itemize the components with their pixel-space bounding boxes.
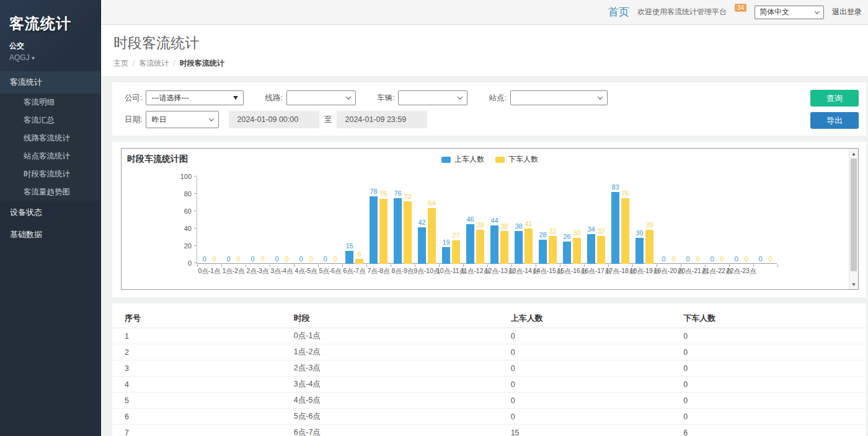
- table-row: 65点-6点00: [112, 409, 866, 425]
- date-end-input[interactable]: 2024-01-09 23:59: [337, 111, 427, 128]
- table-cell: 0: [683, 412, 860, 421]
- bar-value-label: 46: [466, 216, 474, 224]
- breadcrumb-item[interactable]: 客流统计: [139, 59, 169, 68]
- bar: [490, 225, 498, 264]
- sidebar-item-6[interactable]: 客流量趋势图: [0, 183, 100, 201]
- table-cell: 5: [125, 396, 294, 405]
- table-cell: 0: [511, 380, 684, 389]
- bar: [452, 240, 460, 264]
- bar-column: 30: [636, 229, 644, 264]
- bar: [404, 201, 412, 264]
- sidebar-item-8[interactable]: 基础数据: [0, 224, 100, 246]
- bar-value-label: 0: [202, 255, 206, 263]
- table-cell: 6: [125, 412, 294, 421]
- legend-swatch-alighting[interactable]: [495, 157, 505, 163]
- breadcrumb: 主页/客流统计/时段客流统计: [113, 58, 856, 69]
- table-cell: 6: [683, 429, 860, 436]
- bar-value-label: 38: [515, 222, 522, 230]
- table-cell: 7: [125, 429, 294, 436]
- table-cell: 0: [683, 348, 860, 357]
- chevron-down-icon: [598, 94, 603, 99]
- bar-value-label: 32: [597, 227, 604, 235]
- sidebar-item-5[interactable]: 时段客流统计: [0, 165, 100, 183]
- company-select[interactable]: ---请选择---: [146, 90, 244, 105]
- table-header: 序号时段上车人数下车人数: [112, 308, 866, 328]
- bar-value-label: 44: [490, 217, 498, 225]
- bar-column: 0: [718, 255, 726, 264]
- bar-value-label: 0: [710, 255, 714, 263]
- bar-group: 0020点-21点: [681, 177, 705, 264]
- bar-column: 75: [379, 190, 388, 264]
- bar-value-label: 0: [734, 255, 738, 263]
- bar-value-label: 0: [720, 255, 724, 263]
- bar-group: 42649点-10点: [415, 177, 439, 264]
- sidebar-item-0[interactable]: 客流统计: [0, 71, 100, 94]
- sidebar-submenu: 客流明细客流汇总线路客流统计站点客流统计时段客流统计客流量趋势图: [0, 94, 100, 201]
- bar-column: 0: [283, 255, 291, 264]
- chart-scrollbar[interactable]: ▲ ▼: [849, 149, 858, 289]
- welcome-text: 欢迎使用客流统计管理平台: [637, 7, 727, 17]
- table-cell: 2: [125, 348, 294, 357]
- table-row: 54点-5点00: [112, 393, 866, 409]
- bar-column: 0: [224, 255, 232, 264]
- x-axis-label: 6点-7点: [343, 267, 365, 276]
- bar-group: 463911点-12点: [463, 177, 487, 264]
- sidebar-item-1[interactable]: 客流明细: [0, 94, 100, 111]
- app-logo: 客流统计: [9, 14, 91, 33]
- x-axis-label: 22点-23点: [727, 267, 756, 276]
- bar-value-label: 30: [636, 229, 643, 237]
- bar-value-label: 0: [250, 255, 254, 263]
- sidebar-item-2[interactable]: 客流汇总: [0, 111, 100, 129]
- bar: [345, 251, 353, 264]
- bar-value-label: 76: [621, 190, 629, 198]
- bar-value-label: 0: [285, 255, 288, 263]
- legend-label-boarding[interactable]: 上车人数: [454, 154, 484, 165]
- table-cell: 0: [511, 396, 684, 405]
- line-label: 线路:: [265, 93, 282, 103]
- date-start-input[interactable]: 2024-01-09 00:00: [229, 111, 319, 128]
- home-link[interactable]: 首页: [608, 5, 629, 19]
- sidebar-item-4[interactable]: 站点客流统计: [0, 147, 100, 165]
- user-menu[interactable]: AQGJ ▾: [9, 53, 91, 62]
- line-select[interactable]: [286, 90, 356, 105]
- page-header: 时段客流统计 主页/客流统计/时段客流统计: [101, 25, 868, 76]
- bar-value-label: 30: [573, 229, 580, 237]
- scrollbar-thumb[interactable]: [851, 159, 857, 271]
- bar-group: 192710点-11点: [439, 177, 463, 264]
- bar: [587, 234, 595, 264]
- sidebar-item-3[interactable]: 线路客流统计: [0, 129, 100, 147]
- legend-swatch-boarding[interactable]: [441, 157, 451, 163]
- date-preset-select[interactable]: 昨日: [146, 111, 219, 128]
- table-row: 10点-1点00: [112, 328, 866, 344]
- chevron-down-icon: [815, 9, 820, 14]
- bar-value-label: 0: [236, 255, 240, 263]
- bar-column: 30: [573, 229, 581, 264]
- bar-column: 76: [394, 190, 402, 264]
- legend-label-alighting[interactable]: 下车人数: [508, 154, 538, 165]
- language-select[interactable]: 简体中文: [755, 6, 824, 19]
- sidebar-item-7[interactable]: 设备状态: [0, 201, 100, 224]
- table-header-cell: 下车人数: [683, 313, 860, 324]
- scrollbar-down-icon[interactable]: ▼: [849, 280, 858, 289]
- bar: [476, 230, 484, 264]
- export-button[interactable]: 导出: [810, 112, 859, 129]
- query-button[interactable]: 查询: [810, 90, 859, 107]
- bar-value-label: 0: [671, 255, 675, 263]
- vehicle-select[interactable]: [398, 90, 467, 105]
- breadcrumb-item[interactable]: 主页: [113, 59, 128, 68]
- x-axis-tick: [753, 264, 754, 267]
- bar-column: 0: [297, 255, 305, 264]
- bar-value-label: 0: [333, 255, 337, 263]
- bar: [563, 242, 571, 264]
- bar-value-label: 15: [345, 242, 353, 250]
- logout-link[interactable]: 退出登录: [832, 7, 862, 17]
- station-select[interactable]: [510, 90, 608, 105]
- scrollbar-up-icon[interactable]: ▲: [849, 149, 858, 158]
- bar-value-label: 39: [476, 221, 484, 229]
- bar-group: 263015点-16点: [560, 177, 584, 264]
- bar: [636, 238, 644, 264]
- bar-value-label: 76: [394, 190, 401, 198]
- bar-group: 005点-6点: [318, 177, 342, 264]
- chart-legend: 上车人数 下车人数: [441, 154, 538, 165]
- bar-value-label: 0: [309, 255, 312, 263]
